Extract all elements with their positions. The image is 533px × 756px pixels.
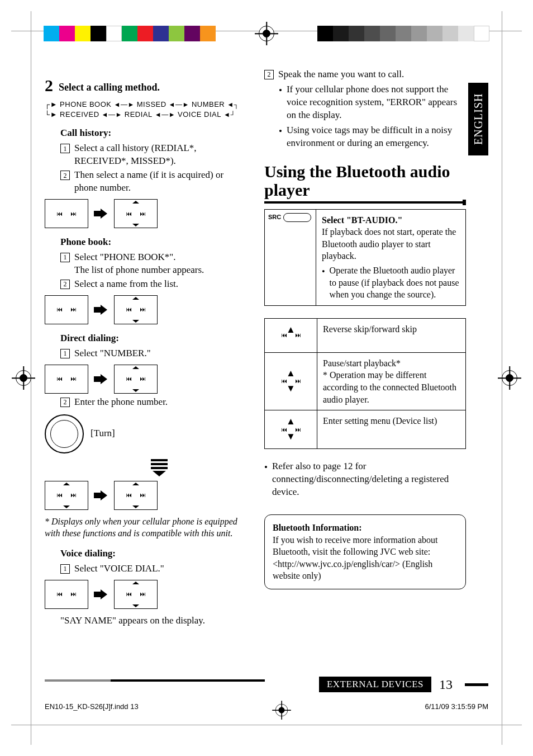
control-button-icon: ⏮ ⏭: [45, 365, 88, 394]
right-item2: Speak the name you want to call.: [278, 68, 404, 81]
refer-note: Refer also to page 12 for connecting/dis…: [272, 460, 466, 499]
call-history-item2: Then select a name (if it is acquired) o…: [74, 169, 246, 195]
section-rule: [264, 201, 466, 204]
step-number: 2: [45, 77, 53, 94]
turn-label: [Turn]: [91, 427, 115, 440]
src-button-icon: [283, 213, 311, 222]
phone-book-item2: Select a name from the list.: [74, 278, 178, 291]
direct-item2: Enter the phone number.: [74, 396, 168, 409]
control-table: ⏮⏭▲ Reverse skip/forward skip ⏮⏭▲▼ Pause…: [264, 318, 466, 449]
left-column: 2 Select a calling method. ┌►PHONE BOOK …: [45, 67, 246, 694]
footnote: * Displays only when your cellular phone…: [45, 516, 246, 540]
bt-audio-b1: Operate the Bluetooth audio player to pa…: [330, 264, 460, 301]
registration-mark-right: [502, 370, 517, 386]
play-pause-button-icon: ⏮⏭▲▼: [272, 367, 310, 396]
footer-bar: EXTERNAL DEVICES 13: [319, 677, 488, 692]
voice-note: "SAY NAME" appears on the display.: [60, 615, 246, 627]
right-bullet-2: Using voice tags may be difficult in a n…: [287, 124, 466, 150]
registration-mark-icon: [275, 704, 288, 716]
control-button-icon: ⏮ ⏭: [114, 481, 158, 510]
registration-mark-icon: [259, 26, 274, 41]
skip-button-icon: ⏮⏭▲: [272, 323, 310, 348]
menu-button-icon: ⏮⏭▲▼: [272, 415, 310, 444]
knob-icon: [45, 414, 84, 453]
phone-book-item1a: Select "PHONE BOOK*".: [74, 252, 176, 262]
src-label: SRC: [268, 213, 281, 221]
voice-item1: Select "VOICE DIAL.": [74, 563, 164, 575]
print-marks-top: [0, 17, 533, 50]
src-table: SRC Select "BT-AUDIO." If playback does …: [264, 209, 466, 306]
control-button-icon: ⏮ ⏭: [45, 199, 88, 228]
footer-rule: [45, 679, 265, 682]
ctrl-desc-3: Enter setting menu (Device list): [317, 410, 465, 448]
footer-tick: [465, 683, 488, 686]
control-button-icon: ⏮ ⏭: [45, 481, 88, 510]
control-button-icon: ⏮ ⏭: [114, 199, 158, 228]
bluetooth-info-box: Bluetooth Information: If you wish to re…: [264, 514, 466, 589]
print-file: EN10-15_KD-S26[J]f.indd 13: [45, 702, 139, 718]
page-number: 13: [431, 677, 460, 692]
arrow-icon: [94, 374, 108, 384]
footer-section: EXTERNAL DEVICES: [319, 677, 431, 692]
ctrl-desc-2a: Pause/start playback*: [323, 357, 460, 370]
direct-item1: Select "NUMBER.": [74, 347, 151, 360]
right-bullet-1: If your cellular phone does not support …: [287, 83, 466, 122]
ctrl-desc-1: Reverse skip/forward skip: [317, 319, 465, 352]
registration-mark-left: [16, 370, 31, 386]
print-date: 6/11/09 3:15:59 PM: [425, 702, 488, 718]
crop-line-bottom: [11, 725, 522, 725]
print-info: EN10-15_KD-S26[J]f.indd 13 6/11/09 3:15:…: [45, 702, 488, 718]
control-button-icon: ⏮ ⏭: [114, 295, 158, 324]
call-history-title: Call history:: [60, 127, 246, 140]
bt-audio-p1: If playback does not start, operate the …: [322, 226, 460, 262]
control-button-icon: ⏮ ⏭: [114, 580, 158, 609]
control-button-icon: ⏮ ⏭: [45, 580, 88, 609]
step-title: Select a calling method.: [59, 77, 160, 94]
arrow-icon: [94, 209, 108, 219]
info-body: If you wish to receive more information …: [273, 534, 458, 582]
flow-diagram: ┌►PHONE BOOK ◄―►MISSED ◄―►NUMBER ◄┐ └►RE…: [45, 100, 246, 119]
arrow-icon: [94, 589, 108, 599]
ctrl-desc-2b: * Operation may be different according t…: [323, 369, 460, 405]
direct-dial-title: Direct dialing:: [60, 332, 246, 345]
voice-dial-title: Voice dialing:: [60, 547, 246, 560]
phone-book-item1b: The list of phone number appears.: [74, 264, 204, 275]
section-heading: Using the Bluetooth audio player: [264, 162, 466, 199]
list-number-1: 1: [60, 144, 70, 153]
arrow-icon: [94, 305, 108, 315]
info-title: Bluetooth Information:: [273, 522, 458, 534]
arrow-icon: [94, 490, 108, 500]
control-button-icon: ⏮ ⏭: [114, 365, 158, 394]
control-button-icon: ⏮ ⏭: [45, 295, 88, 324]
right-column: 2Speak the name you want to call. •If yo…: [264, 67, 488, 694]
page-content: 2 Select a calling method. ┌►PHONE BOOK …: [45, 67, 488, 694]
call-history-item1: Select a call history (REDIAL*, RECEIVED…: [74, 142, 246, 168]
phone-book-title: Phone book:: [60, 236, 246, 249]
down-arrow-icon: [72, 459, 246, 476]
list-number-2: 2: [60, 171, 70, 180]
bt-audio-title: Select "BT-AUDIO.": [322, 214, 460, 226]
